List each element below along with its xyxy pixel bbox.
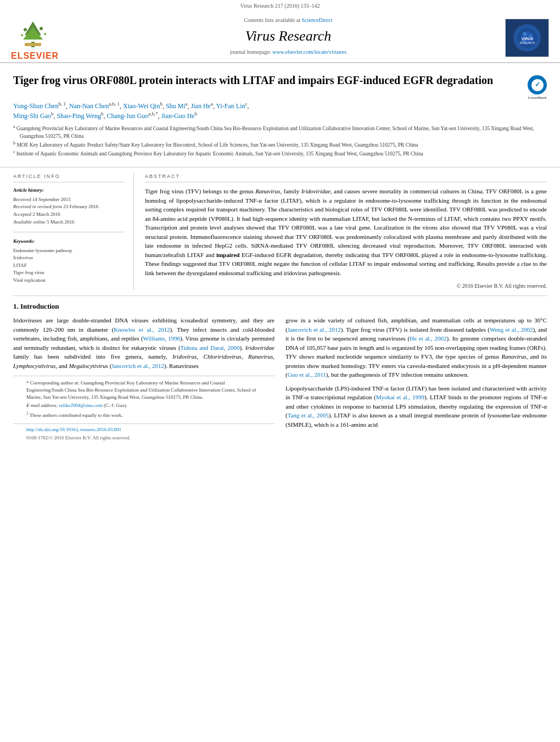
history-label-revised: Received in revised form [13, 204, 62, 209]
virus-research-logo: VIRUS RESEARCH [505, 19, 549, 57]
intro-text-left: Iridoviruses are large double-stranded D… [13, 316, 275, 370]
affil-a: a Guangdong Provincial Key Laboratory of… [13, 125, 547, 140]
article-title-block: Tiger frog virus ORF080L protein interac… [13, 73, 547, 94]
keyword-3: LITAF [13, 262, 125, 270]
crossmark-label: CrossMark [528, 96, 547, 101]
keywords-title: Keywords: [13, 238, 125, 245]
sciencedirect-link[interactable]: ScienceDirect [301, 17, 332, 23]
ref-guo[interactable]: Guo et al., 2011 [288, 371, 326, 378]
abstract-header: ABSTRACT [145, 173, 547, 183]
author-link[interactable]: Jian He [191, 102, 211, 110]
doi-copyright: 0168-1702/© 2016 Elsevier B.V. All right… [26, 434, 261, 442]
author-yongshun: Yong-Shun Chenb, 1, Nan-Nan Chena,b, 1, … [13, 102, 249, 110]
ref-knowles[interactable]: Knowles et al., 2012 [114, 326, 170, 333]
virus-icon: VIRUS RESEARCH [515, 26, 540, 51]
copyright-text: © 2016 Elsevier B.V. All rights reserved… [145, 282, 547, 290]
footnotes-block: * Corresponding author at: Guangdong Pro… [13, 376, 275, 423]
elsevier-text: ELSEVIER [11, 50, 59, 62]
author-link[interactable]: Shao-Ping Weng [57, 112, 101, 120]
ref-jancovich2[interactable]: Jancovich et al., 2012 [288, 326, 341, 333]
crossmark-badge[interactable]: ✓ CrossMark [528, 75, 547, 94]
article-header: Tiger frog virus ORF080L protein interac… [0, 63, 560, 167]
ref-tidona[interactable]: Tidona and Darai, 2000 [181, 344, 240, 351]
sciencedirect-label: Contents lists available at [244, 17, 300, 23]
intro-col-left: Iridoviruses are large double-stranded D… [13, 316, 275, 443]
author-link[interactable]: Nan-Nan Chen [69, 102, 109, 110]
abstract-paragraph: Tiger frog virus (TFV) belongs to the ge… [145, 187, 547, 277]
article-history: Article history: Received 14 September 2… [13, 187, 125, 225]
intro-col-right: grow in a wide variety of cultured fish,… [285, 316, 547, 443]
affiliations-block: a Guangdong Provincial Key Laboratory of… [13, 125, 547, 158]
article-info-abstract: ARTICLE INFO Article history: Received 1… [0, 168, 560, 296]
author-link[interactable]: Chang-Jun Guo [107, 112, 148, 120]
elsevier-logo-area: ELSEVIER [11, 16, 82, 62]
abstract-text: Tiger frog virus (TFV) belongs to the ge… [145, 187, 547, 290]
elsevier-logo: ELSEVIER [11, 19, 82, 62]
keyword-1: Endosome-lysosome pathway [13, 247, 125, 255]
svg-point-7 [44, 33, 46, 35]
footnote-email: E-mail address: relike2004@sina.com (C.-… [26, 402, 261, 409]
ref-weng[interactable]: Weng et al., 2002 [490, 326, 533, 333]
history-label-available: Available online [13, 219, 46, 225]
journal-tag-text: Virus Research 217 (2016) 133–142 [240, 3, 320, 9]
ref-he[interactable]: He et al., 2002 [410, 335, 446, 342]
author-link[interactable]: Yong-Shun Chen [13, 102, 58, 110]
page-header: ELSEVIER Contents lists available at Sci… [0, 12, 560, 63]
keyword-2: Iridovirus [13, 254, 125, 262]
intro-para-3: Lipopolysaccharide (LPS)-induced TNF-α f… [285, 384, 547, 429]
doi-section: http://dx.doi.org/10.1016/j.virusres.201… [13, 423, 275, 443]
author-link[interactable]: Ming-Shi Gao [13, 112, 51, 120]
journal-homepage: journal homepage: www.elsevier.com/locat… [88, 48, 489, 56]
svg-point-6 [21, 34, 23, 36]
keyword-4: Tiger frog virus [13, 269, 125, 277]
intro-number: 1. [13, 302, 19, 310]
svg-point-4 [24, 28, 27, 31]
history-received: Received 14 September 2015 [13, 196, 125, 203]
intro-section-title: 1. Introduction [13, 302, 547, 311]
ref-myokai[interactable]: Myokai et al., 1999 [376, 394, 424, 400]
affil-b: b MOE Key Laboratory of Aquatic Product … [13, 142, 547, 149]
history-accepted: Accepted 2 March 2016 [13, 211, 125, 218]
ref-williams[interactable]: Williams, 1996 [143, 335, 180, 342]
intro-text-right: grow in a wide variety of cultured fish,… [285, 316, 547, 429]
svg-text:RESEARCH: RESEARCH [519, 41, 535, 44]
journal-tag: Virus Research 217 (2016) 133–142 [0, 0, 560, 12]
logo-circle: VIRUS RESEARCH [513, 24, 541, 52]
homepage-link[interactable]: www.elsevier.com/locate/virusres [272, 49, 346, 55]
history-available: Available online 5 March 2016 [13, 219, 125, 226]
journal-title: Virus Research [88, 26, 489, 46]
doi-url: http://dx.doi.org/10.1016/j.virusres.201… [26, 426, 261, 433]
footnote-1: 1 These authors contributed equally to t… [26, 411, 261, 419]
sciencedirect-line: Contents lists available at ScienceDirec… [88, 16, 489, 24]
doi-link[interactable]: http://dx.doi.org/10.1016/j.virusres.201… [26, 427, 121, 432]
intro-para-1: Iridoviruses are large double-stranded D… [13, 316, 275, 370]
article-title-text: Tiger frog virus ORF080L protein interac… [13, 73, 528, 87]
footnote-corresponding: * Corresponding author at: Guangdong Pro… [26, 380, 261, 400]
ref-tang[interactable]: Tang et al., 2005 [288, 412, 329, 419]
history-title: Article history: [13, 187, 125, 194]
author-link[interactable]: Yi-Fan Lin [216, 102, 245, 110]
svg-point-5 [40, 27, 43, 30]
virus-research-logo-area: VIRUS RESEARCH [494, 16, 549, 57]
affil-c: c Institute of Aquatic Economic Animals … [13, 150, 547, 158]
article-info-header: ARTICLE INFO [13, 173, 125, 183]
intro-para-2: grow in a wide variety of cultured fish,… [285, 316, 547, 380]
affil-b-text: MOE Key Laboratory of Aquatic Product Sa… [16, 142, 418, 148]
ref-jancovich[interactable]: Jancovich et al., 2012 [111, 362, 164, 369]
authors-line: Yong-Shun Chenb, 1, Nan-Nan Chena,b, 1, … [13, 101, 547, 121]
keyword-5: Viral replication [13, 277, 125, 284]
elsevier-tree-icon [11, 19, 55, 49]
svg-point-10 [523, 32, 527, 36]
intro-title: Introduction [20, 302, 59, 310]
author-link[interactable]: Shu Mi [166, 102, 186, 110]
affil-c-text: Institute of Aquatic Economic Animals an… [16, 151, 423, 157]
email-label: E-mail address: [26, 403, 58, 408]
homepage-label: journal homepage: [230, 49, 271, 55]
history-label-accepted: Accepted [13, 211, 31, 217]
intro-columns: Iridoviruses are large double-stranded D… [13, 316, 547, 443]
email-link[interactable]: relike2004@sina.com [59, 403, 103, 408]
svg-rect-3 [25, 43, 41, 46]
author-link[interactable]: Jian-Guo He [161, 112, 195, 120]
author-link[interactable]: Xiao-Wei Qin [123, 102, 160, 110]
crossmark-inner: ✓ [531, 79, 544, 91]
